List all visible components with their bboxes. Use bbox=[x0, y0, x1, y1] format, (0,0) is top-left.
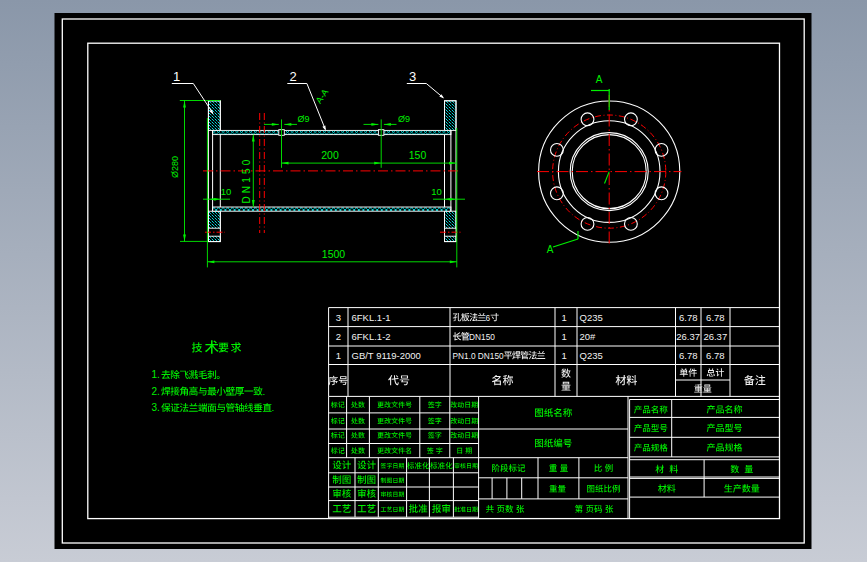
svg-text:26.37: 26.37 bbox=[676, 331, 700, 342]
svg-text:Q235: Q235 bbox=[580, 350, 603, 361]
svg-text:A: A bbox=[596, 74, 603, 85]
svg-text:GB/T 9119-2000: GB/T 9119-2000 bbox=[352, 350, 421, 361]
svg-text:6.78: 6.78 bbox=[706, 350, 725, 361]
svg-text:DN150: DN150 bbox=[241, 156, 252, 203]
svg-text:1500: 1500 bbox=[322, 248, 346, 260]
svg-text:2.: 2. bbox=[152, 386, 160, 397]
svg-text:.: . bbox=[272, 402, 275, 413]
svg-text:3.: 3. bbox=[152, 402, 160, 413]
svg-text:20#: 20# bbox=[580, 331, 597, 342]
svg-text:200: 200 bbox=[321, 149, 339, 161]
svg-text:PN1.0 DN150: PN1.0 DN150 bbox=[453, 351, 505, 361]
svg-text:1: 1 bbox=[561, 331, 566, 342]
svg-text:6.78: 6.78 bbox=[679, 312, 698, 323]
svg-text:3: 3 bbox=[336, 312, 341, 323]
svg-text:6: 6 bbox=[486, 313, 491, 323]
svg-text:1: 1 bbox=[561, 312, 566, 323]
svg-text:26.37: 26.37 bbox=[703, 331, 727, 342]
svg-text:1.: 1. bbox=[152, 369, 160, 380]
svg-text:6FKL.1-1: 6FKL.1-1 bbox=[352, 312, 391, 323]
svg-text:10: 10 bbox=[221, 186, 232, 197]
svg-text:6FKL.1-2: 6FKL.1-2 bbox=[352, 331, 391, 342]
svg-text:6.78: 6.78 bbox=[706, 312, 725, 323]
svg-text:10: 10 bbox=[431, 186, 442, 197]
svg-text:3: 3 bbox=[409, 69, 416, 84]
svg-text:Ø9: Ø9 bbox=[298, 114, 310, 124]
svg-text:DN150: DN150 bbox=[469, 332, 495, 342]
svg-text:1: 1 bbox=[561, 350, 566, 361]
svg-text:1: 1 bbox=[173, 69, 180, 84]
svg-text:Q235: Q235 bbox=[580, 312, 603, 323]
svg-text:Ø9: Ø9 bbox=[398, 114, 410, 124]
svg-text:2: 2 bbox=[336, 331, 341, 342]
svg-text:1: 1 bbox=[336, 350, 341, 361]
svg-text:6.78: 6.78 bbox=[679, 350, 698, 361]
svg-text:150: 150 bbox=[409, 149, 427, 161]
svg-text:2: 2 bbox=[290, 69, 297, 84]
svg-text:A: A bbox=[547, 244, 554, 255]
svg-text:Ø280: Ø280 bbox=[170, 156, 180, 178]
svg-text:.: . bbox=[262, 386, 265, 397]
